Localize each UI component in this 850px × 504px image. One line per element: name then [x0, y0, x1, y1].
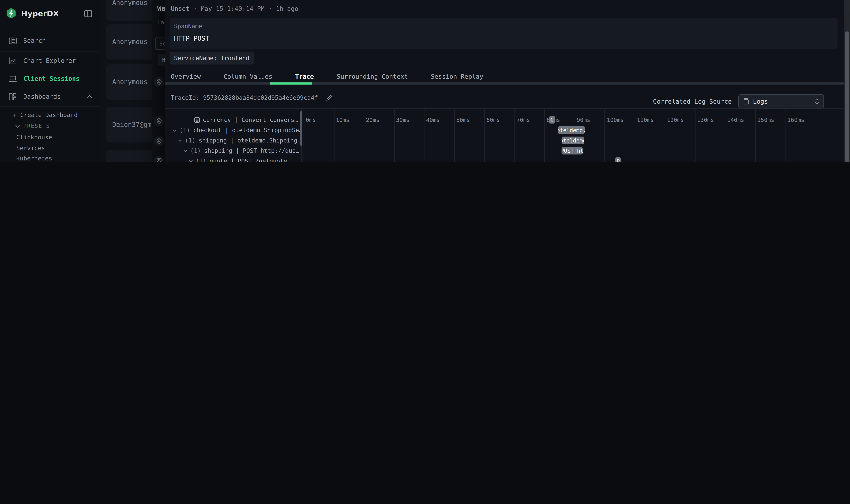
trace-waterfall: Coteldemo.oteldemoPOST htP{CcoCCoteldemo…: [165, 109, 844, 162]
span-row-label[interactable]: (1)shipping | oteldemo.Shipping…: [168, 136, 312, 146]
page-scrollbar-thumb[interactable]: [845, 31, 849, 162]
collapse-sidebar-icon[interactable]: [84, 10, 92, 17]
gridline: [604, 109, 605, 162]
gridline: [424, 109, 424, 162]
location-pin-icon: [156, 158, 162, 162]
location-pin-icon: [156, 118, 162, 124]
gridline: [514, 109, 515, 162]
axis-tick-label: 0ms: [306, 116, 316, 123]
gridline: [544, 109, 545, 162]
preset-services[interactable]: Services: [16, 144, 45, 151]
gridline: [665, 109, 665, 162]
session-detail-title: Wal: [157, 4, 166, 13]
preset-kubernetes[interactable]: Kubernetes: [16, 155, 52, 162]
label-scrollbar-thumb[interactable]: [300, 111, 302, 146]
log-source-select[interactable]: Logs: [738, 94, 824, 108]
axis-tick-label: 90ms: [577, 116, 590, 123]
log-event-icon: [194, 117, 200, 123]
span-bar[interactable]: oteldemo.: [558, 126, 585, 134]
session-event-pin-icon[interactable]: [154, 136, 164, 146]
sidebar-item-chart-explorer[interactable]: Chart Explorer: [0, 53, 100, 69]
tab-track: [165, 82, 844, 85]
axis-tick-label: 40ms: [426, 116, 440, 123]
chart-icon: [9, 57, 17, 65]
preset-clickhouse[interactable]: Clickhouse: [16, 134, 52, 141]
gridline: [304, 109, 304, 162]
session-event-pin-icon[interactable]: [154, 77, 164, 87]
span-row-label[interactable]: currency | Convert convers…: [168, 115, 329, 125]
sidebar-item-label: Dashboards: [23, 93, 61, 100]
layout-icon: [9, 93, 17, 100]
tab-column-values[interactable]: Column Values: [222, 70, 273, 82]
chevron-down-icon: [15, 124, 20, 128]
sidebar-item-label: Client Sessions: [23, 75, 80, 83]
axis-tick-label: 130ms: [697, 116, 714, 123]
trace-id: TraceId: 957362828baa84dc02d95a4e6e99ca4…: [171, 94, 332, 101]
select-chevrons-icon: [815, 98, 819, 105]
session-search-input[interactable]: Sea: [155, 37, 166, 50]
span-label-text: checkout | oteldemo.ShippingSe…: [193, 127, 302, 134]
presets-header[interactable]: PRESETS: [15, 123, 50, 129]
axis-tick-label: 110ms: [637, 116, 654, 123]
span-label-text: currency | Convert convers…: [203, 116, 298, 124]
app-title: HyperDX: [21, 9, 59, 18]
tab-session-replay[interactable]: Session Replay: [430, 70, 485, 82]
correlated-label: Correlated Log Source: [653, 97, 732, 105]
axis-tick-label: 30ms: [396, 116, 410, 123]
laptop-icon: [9, 75, 17, 83]
database-icon: [743, 98, 749, 105]
span-row-label[interactable]: (1)checkout | oteldemo.ShippingSe…: [168, 125, 307, 136]
gridline: [484, 109, 485, 162]
sidebar-item-search[interactable]: Search: [0, 33, 100, 49]
chevron-down-icon: [189, 160, 193, 162]
axis-tick-label: 120ms: [667, 116, 684, 123]
gridline: [394, 109, 394, 162]
span-name-label: SpanName: [174, 23, 202, 30]
axis-tick-label: 160ms: [788, 116, 804, 123]
session-detail-subtitle: Las: [157, 19, 166, 25]
tab-trace[interactable]: Trace: [294, 70, 315, 82]
span-row-label[interactable]: (1)shipping | POST http://quo…: [168, 146, 318, 156]
gridline: [364, 109, 364, 162]
gridline: [725, 109, 725, 162]
child-count: (1): [190, 147, 201, 154]
gridline: [755, 109, 756, 162]
edit-pencil-icon[interactable]: [326, 94, 332, 101]
log-source-value: Logs: [753, 97, 811, 105]
axis-tick-label: 10ms: [336, 116, 349, 123]
span-bar[interactable]: P: [615, 157, 621, 162]
tab-overview[interactable]: Overview: [170, 70, 202, 82]
axis-tick-label: 140ms: [727, 116, 744, 123]
gridline: [635, 109, 635, 162]
active-tab-indicator: [270, 82, 312, 85]
gridline: [575, 109, 575, 162]
sidebar-item-dashboards[interactable]: Dashboards: [0, 88, 100, 105]
sidebar-item-client-sessions[interactable]: Client Sessions: [0, 70, 100, 87]
span-label-text: quote | POST /getquote: [210, 158, 287, 162]
span-bar[interactable]: POST ht: [562, 147, 583, 155]
session-event-pin-icon[interactable]: [154, 156, 164, 162]
tab-surrounding-context[interactable]: Surrounding Context: [336, 70, 409, 82]
span-label-text: shipping | POST http://quo…: [204, 147, 299, 154]
chevron-down-icon: [183, 150, 188, 152]
span-row-label[interactable]: (1)quote | POST /getquote: [168, 156, 323, 162]
sidebar: HyperDX SearchChart ExplorerClient Sessi…: [0, 0, 101, 162]
hyperdx-app: HyperDX SearchChart ExplorerClient Sessi…: [0, 0, 850, 162]
session-event-pin-icon[interactable]: [154, 116, 164, 126]
child-count: (1): [185, 137, 196, 144]
gridline: [785, 109, 786, 162]
span-bar[interactable]: oteldemo: [562, 137, 584, 144]
service-name-chip[interactable]: ServiceName: frontend: [170, 52, 254, 64]
child-count: (1): [179, 127, 190, 134]
axis-tick-label: 60ms: [486, 116, 500, 123]
location-pin-icon: [156, 79, 162, 85]
sidebar-item-label: Search: [23, 37, 46, 44]
create-dashboard-link[interactable]: + Create Dashboard: [13, 112, 78, 119]
gridline: [695, 109, 695, 162]
span-name-value: HTTP POST: [174, 35, 209, 42]
chevron-down-icon: [178, 139, 182, 142]
logo[interactable]: HyperDX: [5, 8, 59, 19]
session-detail-panel: Wal Las Sea H >_: [152, 0, 166, 162]
event-status-line: Unset · May 15 1:40:14 PM · 1h ago: [171, 5, 299, 13]
span-label-text: shipping | oteldemo.Shipping…: [199, 137, 301, 144]
